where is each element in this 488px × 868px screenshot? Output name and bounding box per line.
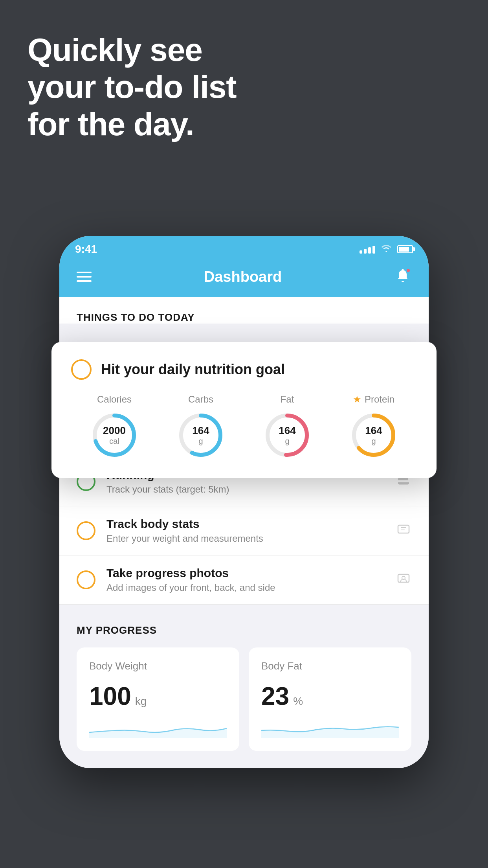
protein-donut: 164 g <box>348 410 399 461</box>
body-weight-label: Body Weight <box>89 660 227 672</box>
todo-item-body-stats[interactable]: Track body stats Enter your weight and m… <box>59 506 429 555</box>
body-fat-value: 23 <box>261 682 289 711</box>
scale-icon <box>396 522 411 540</box>
progress-cards: Body Weight 100 kg Body Fat 23 % <box>77 647 411 751</box>
calories-value: 2000 <box>103 425 126 437</box>
carbs-value: 164 <box>192 425 209 437</box>
running-subtitle: Track your stats (target: 5km) <box>106 484 385 495</box>
todo-list: Running Track your stats (target: 5km) T… <box>59 457 429 605</box>
signal-icon <box>360 245 375 254</box>
fat-label: Fat <box>281 394 294 405</box>
protein-value: 164 <box>365 425 382 437</box>
wifi-icon <box>381 244 392 255</box>
progress-photos-title: Take progress photos <box>106 566 385 580</box>
calories-item: Calories 2000 cal <box>89 394 140 461</box>
nav-bar: Dashboard <box>59 259 429 297</box>
body-weight-chart <box>89 719 227 738</box>
nav-title: Dashboard <box>204 268 282 285</box>
svg-rect-1 <box>398 574 409 582</box>
body-stats-title: Track body stats <box>106 517 385 531</box>
todo-item-progress-photos[interactable]: Take progress photos Add images of your … <box>59 555 429 605</box>
things-to-do-section: THINGS TO DO TODAY <box>59 297 429 324</box>
hero-line1: Quickly see <box>28 32 202 68</box>
protein-unit: g <box>365 437 382 446</box>
nutrition-card-title: Hit your daily nutrition goal <box>101 361 285 378</box>
carbs-item: Carbs 164 g <box>175 394 226 461</box>
body-weight-unit: kg <box>135 695 147 708</box>
fat-value: 164 <box>279 425 295 437</box>
progress-photos-subtitle: Add images of your front, back, and side <box>106 582 385 593</box>
phone-mockup: 9:41 Dashboard <box>59 236 429 768</box>
hero-headline: Quickly see your to-do list for the day. <box>28 31 237 143</box>
calories-donut: 2000 cal <box>89 410 140 461</box>
body-fat-unit: % <box>293 695 303 708</box>
carbs-label: Carbs <box>188 394 213 405</box>
hero-line3: for the day. <box>28 106 194 142</box>
carbs-donut: 164 g <box>175 410 226 461</box>
fat-item: Fat 164 g <box>262 394 313 461</box>
status-icons <box>360 244 413 255</box>
body-stats-subtitle: Enter your weight and measurements <box>106 533 385 544</box>
things-section-title: THINGS TO DO TODAY <box>77 311 411 324</box>
body-weight-value: 100 <box>89 682 131 711</box>
calories-unit: cal <box>103 437 126 446</box>
body-stats-checkbox[interactable] <box>77 521 95 540</box>
protein-item: ★ Protein 164 g <box>348 394 399 461</box>
time-display: 9:41 <box>75 243 97 256</box>
battery-icon <box>397 245 413 253</box>
calories-label: Calories <box>97 394 132 405</box>
hero-line2: your to-do list <box>28 69 237 105</box>
nutrition-card: Hit your daily nutrition goal Calories 2… <box>51 342 437 478</box>
nutrition-goal-checkbox[interactable] <box>71 359 92 380</box>
body-fat-label: Body Fat <box>261 660 399 672</box>
fat-donut: 164 g <box>262 410 313 461</box>
status-bar: 9:41 <box>59 236 429 259</box>
carbs-unit: g <box>192 437 209 446</box>
notification-bell-button[interactable] <box>394 267 411 286</box>
menu-button[interactable] <box>77 272 92 282</box>
fat-unit: g <box>279 437 295 446</box>
person-icon <box>396 571 411 589</box>
protein-label: Protein <box>365 394 394 405</box>
body-fat-chart <box>261 719 399 738</box>
body-fat-card: Body Fat 23 % <box>249 647 411 751</box>
nutrition-grid: Calories 2000 cal Carbs <box>71 394 417 461</box>
progress-section: MY PROGRESS Body Weight 100 kg Body Fat <box>59 605 429 768</box>
progress-photos-checkbox[interactable] <box>77 570 95 589</box>
star-icon: ★ <box>353 394 361 405</box>
body-weight-card: Body Weight 100 kg <box>77 647 239 751</box>
progress-title: MY PROGRESS <box>77 624 411 636</box>
svg-rect-0 <box>398 525 409 533</box>
